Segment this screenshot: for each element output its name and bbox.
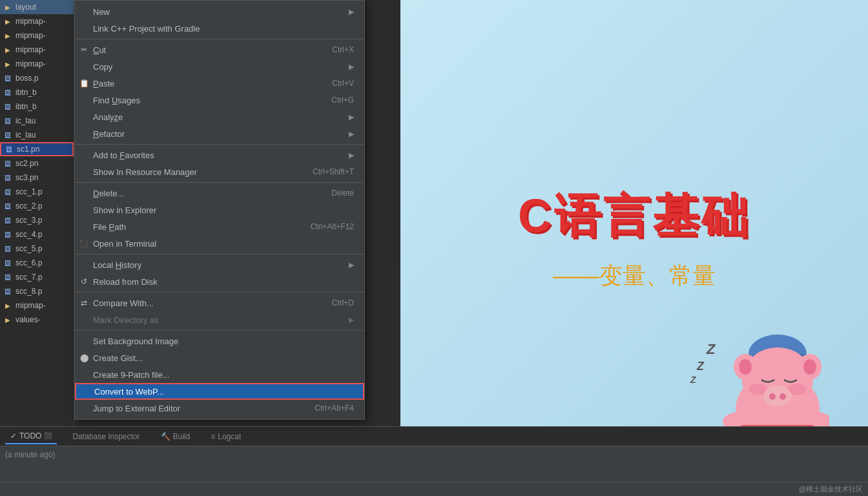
bottom-status: (a minute ago) <box>0 446 868 463</box>
sidebar-item-scc1[interactable]: 🖼 scc_1.p <box>0 185 74 199</box>
sidebar-item-scc3[interactable]: 🖼 scc_3.p <box>0 213 74 227</box>
menu-item-cut[interactable]: ✂ Cut Ctrl+X <box>75 41 364 58</box>
sidebar-item-layout[interactable]: ▶ layout <box>0 0 74 14</box>
tab-todo[interactable]: ✓ TODO ⬛ <box>5 429 57 444</box>
sidebar-item-label: ibtn_b <box>16 102 37 111</box>
svg-text:Z: Z <box>696 360 705 373</box>
submenu-arrow-icon: ▶ <box>349 151 354 160</box>
sidebar-item-scc7[interactable]: 🖼 scc_7.p <box>0 270 74 284</box>
sidebar-item-label: scc_1.p <box>16 187 42 196</box>
sidebar-item-scc5[interactable]: 🖼 scc_5.p <box>0 242 74 256</box>
folder-icon: ▶ <box>3 16 13 26</box>
tab-todo-label: TODO <box>19 431 41 440</box>
sidebar-item-mipmap4[interactable]: ▶ mipmap- <box>0 57 74 71</box>
image-file-icon: 🖼 <box>4 144 14 154</box>
menu-item-delete-shortcut: Delete <box>331 189 354 198</box>
sidebar-item-sc3[interactable]: 🖼 sc3.pn <box>0 170 74 185</box>
menu-item-jump-external-shortcut: Ctrl+Alt+F4 <box>315 404 354 413</box>
menu-item-copy[interactable]: Copy ▶ <box>75 58 364 75</box>
folder-icon: ▶ <box>3 2 13 12</box>
menu-item-show-resource[interactable]: Show In Resource Manager Ctrl+Shift+T <box>75 163 364 180</box>
sidebar-item-label: ibtn_b <box>16 88 37 97</box>
sidebar-item-sc1[interactable]: 🖼 sc1.pn <box>0 142 74 156</box>
sidebar-item-mipmap3[interactable]: ▶ mipmap- <box>0 43 74 57</box>
paste-icon: 📋 <box>79 78 89 88</box>
sidebar-item-scc4[interactable]: 🖼 scc_4.p <box>0 227 74 242</box>
menu-item-refactor-label: Refactor <box>93 129 125 139</box>
sidebar-item-boss[interactable]: 🖼 boss.p <box>0 71 74 85</box>
sidebar-item-sc2[interactable]: 🖼 sc2.pn <box>0 156 74 170</box>
menu-item-create-9patch-label: Create 9-Patch file... <box>93 370 170 380</box>
sidebar-item-scc2[interactable]: 🖼 scc_2.p <box>0 199 74 213</box>
menu-item-convert-webp[interactable]: Convert to WebP... <box>75 383 364 400</box>
menu-item-file-path[interactable]: File Path Ctrl+Alt+F12 <box>75 218 364 235</box>
menu-item-refactor[interactable]: Refactor ▶ <box>75 125 364 142</box>
menu-item-open-terminal[interactable]: ⬛ Open in Terminal <box>75 235 364 252</box>
menu-item-find-usages[interactable]: Find Usages Ctrl+G <box>75 92 364 108</box>
menu-item-open-terminal-label: Open in Terminal <box>93 239 156 249</box>
sidebar-item-label: ic_lau <box>16 116 36 125</box>
menu-item-paste[interactable]: 📋 Paste Ctrl+V <box>75 75 364 92</box>
tab-logcat[interactable]: ≡ Logcat <box>205 429 246 444</box>
right-title: C语言基础 <box>518 185 750 247</box>
menu-item-create-9patch[interactable]: Create 9-Patch file... <box>75 366 364 383</box>
image-file-icon: 🖼 <box>3 172 13 183</box>
image-file-icon: 🖼 <box>3 243 13 254</box>
menu-separator <box>75 182 364 183</box>
sidebar-item-mipmap2[interactable]: ▶ mipmap- <box>0 28 74 43</box>
sidebar-item-scc8[interactable]: 🖼 scc_8.p <box>0 284 74 298</box>
menu-item-create-gist[interactable]: ⬤ Create Gist... <box>75 349 364 366</box>
compare-icon: ⇄ <box>79 298 89 308</box>
sidebar-item-label: mipmap- <box>16 31 46 40</box>
folder-icon: ▶ <box>3 59 13 69</box>
menu-item-compare[interactable]: ⇄ Compare With... Ctrl+D <box>75 294 364 311</box>
menu-item-reload[interactable]: ↺ Reload from Disk <box>75 273 364 290</box>
menu-item-mark-dir[interactable]: Mark Directory as ▶ <box>75 311 364 328</box>
sidebar-item-label: scc_5.p <box>16 244 42 253</box>
terminal-icon: ⬛ <box>79 238 89 249</box>
menu-item-local-history[interactable]: Local History ▶ <box>75 256 364 273</box>
menu-item-paste-label: Paste <box>93 79 114 88</box>
sidebar-item-mipmap5[interactable]: ▶ mipmap- <box>0 298 74 313</box>
menu-separator <box>75 39 364 39</box>
folder-icon: ▶ <box>3 315 13 325</box>
tab-logcat-label: Logcat <box>218 432 241 441</box>
sidebar-item-iclau2[interactable]: 🖼 ic_lau <box>0 128 74 142</box>
sidebar-item-ibtn1[interactable]: 🖼 ibtn_b <box>0 85 74 99</box>
todo-icon: ✓ <box>10 431 17 440</box>
menu-item-convert-webp-label: Convert to WebP... <box>94 387 164 397</box>
submenu-arrow-icon: ▶ <box>349 63 354 71</box>
menu-item-set-bg[interactable]: Set Background Image <box>75 333 364 349</box>
menu-item-new-label: New <box>93 7 110 17</box>
tab-db-inspector[interactable]: Database Inspector <box>67 429 145 444</box>
folder-icon: ▶ <box>3 45 13 55</box>
menu-item-analyze[interactable]: Analyze ▶ <box>75 108 364 125</box>
menu-separator <box>75 292 364 293</box>
sidebar-item-values[interactable]: ▶ values- <box>0 313 74 327</box>
sidebar-item-label: scc_3.p <box>16 216 42 225</box>
menu-item-show-explorer[interactable]: Show in Explorer <box>75 202 364 218</box>
sidebar-item-mipmap1[interactable]: ▶ mipmap- <box>0 14 74 28</box>
image-file-icon: 🖼 <box>3 215 13 225</box>
tab-build[interactable]: 🔨 Build <box>156 429 196 444</box>
image-file-icon: 🖼 <box>3 286 13 296</box>
sidebar-item-iclau1[interactable]: 🖼 ic_lau <box>0 114 74 128</box>
tab-db-inspector-label: Database Inspector <box>72 432 140 441</box>
sidebar-item-label: sc1.pn <box>17 145 39 154</box>
hammer-icon: 🔨 <box>161 432 170 441</box>
menu-item-compare-shortcut: Ctrl+D <box>332 298 354 307</box>
menu-item-create-gist-label: Create Gist... <box>93 353 143 363</box>
logcat-icon: ≡ <box>211 432 215 441</box>
sidebar-item-ibtn2[interactable]: 🖼 ibtn_b <box>0 99 74 114</box>
menu-item-new[interactable]: New ▶ <box>75 3 364 20</box>
menu-item-jump-external[interactable]: Jump to External Editor Ctrl+Alt+F4 <box>75 400 364 417</box>
image-file-icon: 🖼 <box>3 158 13 169</box>
menu-item-compare-label: Compare With... <box>93 298 154 308</box>
menu-item-add-favorites[interactable]: Add to Favorites ▶ <box>75 147 364 163</box>
menu-item-file-path-shortcut: Ctrl+Alt+F12 <box>311 222 354 231</box>
image-file-icon: 🖼 <box>3 116 13 126</box>
menu-item-link-cpp[interactable]: Link C++ Project with Gradle <box>75 20 364 37</box>
sidebar-item-scc6[interactable]: 🖼 scc_6.p <box>0 256 74 270</box>
image-file-icon: 🖼 <box>3 101 13 112</box>
menu-item-delete[interactable]: Delete... Delete <box>75 185 364 202</box>
